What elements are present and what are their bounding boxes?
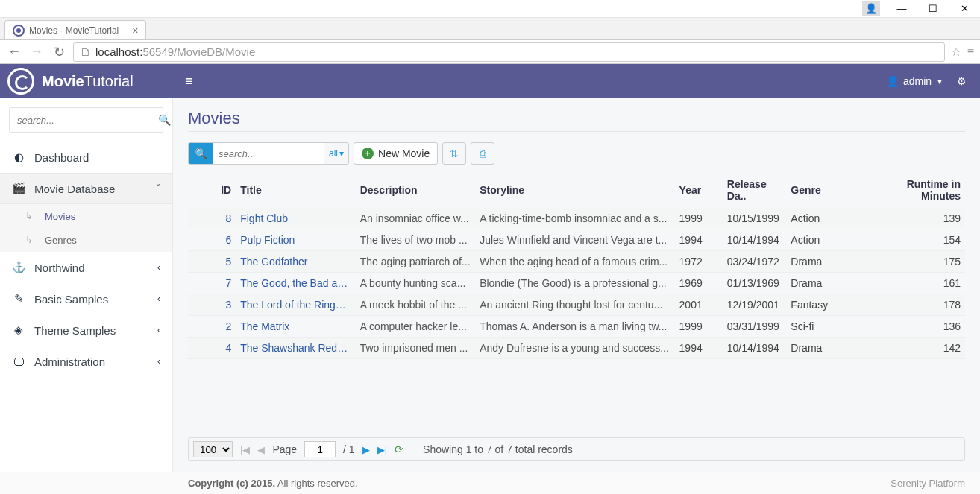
table-row[interactable]: 2The MatrixA computer hacker le...Thomas… (188, 316, 965, 338)
sidebar-item-label: Northwind (34, 262, 85, 274)
cell-runtime: 139 (861, 208, 965, 229)
url-field[interactable]: 🗋 localhost:56549/MovieDB/Movie (73, 42, 945, 62)
grid-header-row: IDTitleDescriptionStorylineYearRelease D… (188, 172, 965, 208)
main-content: Movies 🔍 all▾ + New Movie ⇅ ⎙ IDTitleDes… (173, 98, 980, 472)
cell-genre: Sci-fi (786, 316, 861, 338)
url-path: /MovieDB/Movie (174, 45, 255, 58)
window-minimize[interactable]: — (886, 0, 917, 18)
bookmark-icon[interactable]: ☆ (951, 45, 961, 59)
pager-prev-icon[interactable]: ◀ (257, 444, 265, 455)
table-row[interactable]: 3The Lord of the Rings:...A meek hobbit … (188, 294, 965, 316)
cell-storyline: A ticking-time-bomb insomniac and a s... (475, 208, 674, 229)
browser-tab[interactable]: Movies - MovieTutorial × (4, 20, 146, 39)
sidebar-subitem-genres[interactable]: ↳Genres (0, 228, 172, 252)
quick-search-input[interactable] (213, 143, 324, 164)
cell-storyline: When the aging head of a famous crim... (475, 251, 674, 273)
footer-copyright-rest: All rights reserved. (275, 478, 358, 489)
anchor-icon: ⚓ (12, 261, 25, 274)
col-header[interactable]: Storyline (475, 172, 674, 208)
footer-platform: Serenity Platform (891, 478, 965, 489)
page-size-select[interactable]: 100 (193, 441, 233, 457)
sidebar-item-dashboard[interactable]: ◐Dashboard (0, 142, 172, 173)
table-row[interactable]: 5The GodfatherThe aging patriarch of...W… (188, 251, 965, 273)
back-button[interactable]: ← (6, 44, 22, 60)
cell-year: 1969 (675, 273, 723, 294)
cell-description: An insomniac office w... (356, 208, 475, 229)
sidebar-item-label: Movies (45, 211, 75, 222)
col-header[interactable]: Description (356, 172, 475, 208)
plus-icon: + (362, 148, 374, 159)
cell-description: A computer hacker le... (356, 316, 475, 338)
col-header[interactable]: ID (188, 172, 236, 208)
sidebar-search-input[interactable] (10, 115, 151, 126)
page-icon: 🗋 (80, 45, 91, 58)
tab-close-icon[interactable]: × (132, 25, 138, 37)
quick-search-all[interactable]: all▾ (324, 143, 348, 164)
sidebar-search[interactable]: 🔍 (9, 107, 163, 133)
col-header[interactable]: Genre (786, 172, 861, 208)
col-header[interactable]: Runtime in Minutes (861, 172, 965, 208)
cell-title-link[interactable]: The Matrix (236, 316, 355, 338)
cell-description: The lives of two mob ... (356, 229, 475, 251)
pager-refresh-icon[interactable]: ⟳ (395, 443, 403, 455)
forward-button[interactable]: → (28, 44, 45, 60)
sidebar-item-theme-samples[interactable]: ◈Theme Samples‹ (0, 314, 172, 346)
col-header[interactable]: Release Da.. (723, 172, 787, 208)
logo[interactable]: MovieTutorial (0, 68, 173, 95)
chevron-icon: ‹ (157, 325, 160, 335)
sidebar-item-movie-database[interactable]: 🎬Movie Database˅ (0, 173, 172, 204)
cell-storyline: Jules Winnfield and Vincent Vega are t..… (475, 229, 674, 251)
table-row[interactable]: 6Pulp FictionThe lives of two mob ...Jul… (188, 229, 965, 251)
all-label: all (329, 148, 338, 159)
pager-last-icon[interactable]: ▶| (377, 444, 387, 455)
new-movie-label: New Movie (378, 148, 430, 159)
sidebar-item-administration[interactable]: 🖵Administration‹ (0, 346, 172, 377)
pager-next-icon[interactable]: ▶ (362, 444, 370, 455)
table-row[interactable]: 7The Good, the Bad an...A bounty hunting… (188, 273, 965, 294)
pager-page-of: / 1 (343, 443, 355, 455)
cell-id: 7 (188, 273, 236, 294)
sidebar-item-label: Movie Database (34, 183, 115, 195)
user-icon: 👤 (886, 75, 899, 87)
cell-runtime: 142 (861, 338, 965, 359)
user-menu[interactable]: 👤 admin ▼ (886, 75, 943, 87)
cell-title-link[interactable]: Pulp Fiction (236, 229, 355, 251)
window-maximize[interactable]: ☐ (917, 0, 949, 18)
col-header[interactable]: Title (236, 172, 355, 208)
window-close[interactable]: ✕ (949, 0, 980, 18)
sidebar-item-label: Administration (34, 355, 105, 368)
cell-title-link[interactable]: Fight Club (236, 208, 355, 229)
sidebar-toggle-icon[interactable]: ≡ (173, 74, 205, 89)
browser-menu-icon[interactable]: ≡ (967, 45, 974, 59)
user-name: admin (903, 75, 932, 87)
cell-title-link[interactable]: The Good, the Bad an... (236, 273, 355, 294)
table-row[interactable]: 8Fight ClubAn insomniac office w...A tic… (188, 208, 965, 229)
new-movie-button[interactable]: + New Movie (354, 142, 438, 165)
quick-search-button[interactable]: 🔍 (189, 143, 213, 164)
sidebar-item-northwind[interactable]: ⚓Northwind‹ (0, 252, 172, 283)
cell-title-link[interactable]: The Shawshank Rede... (236, 338, 355, 359)
export-button[interactable]: ⎙ (471, 142, 494, 165)
sidebar-item-basic-samples[interactable]: ✎Basic Samples‹ (0, 283, 172, 314)
chevron-down-icon: ▼ (936, 77, 943, 86)
window-user-icon[interactable]: 👤 (862, 1, 880, 16)
cell-genre: Fantasy (786, 294, 861, 316)
col-header[interactable]: Year (675, 172, 723, 208)
pager-status: Showing 1 to 7 of 7 total records (423, 443, 573, 455)
cell-title-link[interactable]: The Godfather (236, 251, 355, 273)
table-row[interactable]: 4The Shawshank Rede...Two imprisoned men… (188, 338, 965, 359)
sidebar-item-label: Theme Samples (34, 324, 116, 337)
cell-title-link[interactable]: The Lord of the Rings:... (236, 294, 355, 316)
reload-button[interactable]: ↻ (51, 44, 67, 60)
cell-genre: Drama (786, 338, 861, 359)
pager-first-icon[interactable]: |◀ (240, 444, 250, 455)
brand-main: Movie (42, 73, 84, 89)
pager-page-input[interactable] (304, 441, 336, 457)
column-picker-button[interactable]: ⇅ (442, 142, 466, 165)
settings-icon[interactable]: ⚙ (957, 75, 967, 87)
cell-description: The aging patriarch of... (356, 251, 475, 273)
cell-year: 1994 (675, 338, 723, 359)
sidebar-subitem-movies[interactable]: ↳Movies (0, 204, 172, 228)
cell-runtime: 161 (861, 273, 965, 294)
cell-runtime: 136 (861, 316, 965, 338)
